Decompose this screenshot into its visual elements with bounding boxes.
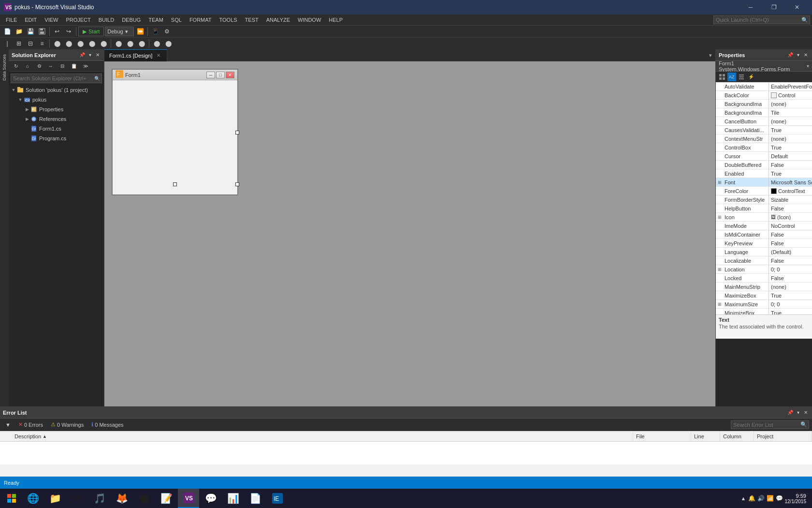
props-categorized-btn[interactable] bbox=[718, 73, 726, 81]
panel-close-button[interactable]: ✕ bbox=[94, 52, 101, 59]
tb2-align4[interactable]: ⬤ bbox=[87, 39, 97, 48]
menu-file[interactable]: FILE bbox=[2, 15, 21, 25]
property-row[interactable]: ⊞MaximumSize0; 0 bbox=[716, 300, 812, 309]
tree-node-programcs[interactable]: C# Program.cs bbox=[9, 134, 104, 143]
se-refresh-btn[interactable]: ↻ bbox=[11, 61, 21, 71]
tree-node-project[interactable]: ▼ C# pokus bbox=[9, 95, 104, 105]
menu-project[interactable]: PROJECT bbox=[62, 15, 94, 25]
menu-edit[interactable]: EDIT bbox=[21, 15, 41, 25]
property-row[interactable]: ⊞Location0; 0 bbox=[716, 265, 812, 274]
taskbar-ie-btn[interactable]: 🌐 bbox=[22, 489, 44, 508]
tab-nav-button[interactable]: ▾ bbox=[706, 49, 715, 61]
redo-button[interactable]: ↪ bbox=[63, 27, 74, 36]
tb2-btn3[interactable]: ⊟ bbox=[25, 39, 36, 48]
tree-node-solution[interactable]: ▼ Solution 'pokus' (1 project) bbox=[9, 85, 104, 95]
col-project-header[interactable]: Project bbox=[754, 431, 812, 441]
form-restore-btn[interactable]: □ bbox=[216, 72, 225, 78]
property-row[interactable]: ForeColorControlText bbox=[716, 187, 812, 195]
property-row[interactable]: KeyPreviewFalse bbox=[716, 239, 812, 248]
menu-window[interactable]: WINDOW bbox=[294, 15, 325, 25]
tree-node-properties[interactable]: ▶ P Properties bbox=[9, 105, 104, 114]
tb2-btn1[interactable]: | bbox=[2, 39, 13, 48]
property-row[interactable]: IsMdiContainerFalse bbox=[716, 230, 812, 239]
property-row[interactable]: DoubleBufferedFalse bbox=[716, 161, 812, 169]
prop-expand-icon[interactable]: ⊞ bbox=[718, 215, 725, 220]
start-debug-button[interactable]: ▶ Start bbox=[78, 27, 104, 36]
taskbar-skype-btn[interactable]: 💬 bbox=[200, 489, 221, 508]
tb2-layout1[interactable]: ⬤ bbox=[113, 39, 124, 48]
taskbar-vs-btn[interactable]: VS bbox=[178, 489, 199, 508]
property-row[interactable]: AutoValidateEnablePreventFo... bbox=[716, 82, 812, 91]
close-button[interactable]: ✕ bbox=[786, 0, 808, 15]
property-row[interactable]: ImeModeNoControl bbox=[716, 222, 812, 230]
taskbar-notes-btn[interactable]: 📝 bbox=[156, 489, 177, 508]
se-collapse-btn[interactable]: ⊟ bbox=[57, 61, 68, 71]
property-row[interactable]: LocalizableFalse bbox=[716, 256, 812, 265]
tb2-align5[interactable]: ⬤ bbox=[98, 39, 109, 48]
menu-team[interactable]: TEAM bbox=[145, 15, 167, 25]
se-more-btn[interactable]: ≫ bbox=[80, 61, 91, 71]
property-row[interactable]: MinimizeBoxTrue bbox=[716, 309, 812, 314]
property-row[interactable]: FormBorderStyleSizable bbox=[716, 195, 812, 204]
menu-sql[interactable]: SQL bbox=[167, 15, 186, 25]
tree-node-form1cs[interactable]: C# Form1.cs bbox=[9, 124, 104, 134]
tb2-align-right[interactable]: ⬤ bbox=[63, 39, 74, 48]
tb2-layout3[interactable]: ⬤ bbox=[136, 39, 147, 48]
start-menu-button[interactable] bbox=[2, 489, 21, 508]
tb2-align-left[interactable]: ⬤ bbox=[52, 39, 62, 48]
col-line-header[interactable]: Line bbox=[691, 431, 720, 441]
menu-debug[interactable]: DEBUG bbox=[118, 15, 145, 25]
property-row[interactable]: LockedFalse bbox=[716, 274, 812, 283]
col-file-header[interactable]: File bbox=[633, 431, 691, 441]
props-dropdown-button[interactable]: ▾ bbox=[795, 52, 801, 59]
show-hidden-icons-btn[interactable]: ▲ bbox=[741, 495, 746, 501]
data-sources-tab[interactable]: Data Sources bbox=[1, 51, 8, 84]
taskbar-notepad-btn[interactable]: 📄 bbox=[245, 489, 266, 508]
warnings-filter-btn[interactable]: ⚠ 0 Warnings bbox=[48, 420, 86, 429]
tb2-order1[interactable]: ⬤ bbox=[151, 39, 162, 48]
menu-view[interactable]: VIEW bbox=[41, 15, 62, 25]
property-row[interactable]: ⊞FontMicrosoft Sans Se... bbox=[716, 178, 812, 187]
property-row[interactable]: CursorDefault bbox=[716, 152, 812, 161]
menu-format[interactable]: FORMAT bbox=[186, 15, 216, 25]
form-body[interactable] bbox=[113, 80, 237, 184]
error-list-arrow-btn[interactable]: ▾ bbox=[795, 409, 801, 416]
menu-help[interactable]: HELP bbox=[325, 15, 347, 25]
taskbar-outlook-btn[interactable]: ✉ bbox=[67, 489, 88, 508]
form-close-btn[interactable]: ✕ bbox=[226, 72, 234, 78]
taskbar-ppt-btn[interactable]: 📊 bbox=[222, 489, 244, 508]
tb2-layout2[interactable]: ⬤ bbox=[125, 39, 135, 48]
property-row[interactable]: Language(Default) bbox=[716, 248, 812, 256]
panel-pin-button[interactable]: 📌 bbox=[79, 52, 86, 59]
property-row[interactable]: CancelButton(none) bbox=[716, 117, 812, 126]
menu-analyze[interactable]: ANALYZE bbox=[262, 15, 294, 25]
menu-test[interactable]: TEST bbox=[241, 15, 262, 25]
solution-explorer-search[interactable]: 🔍 bbox=[11, 74, 102, 83]
se-sync-btn[interactable]: ↔ bbox=[45, 61, 56, 71]
tab-close-button[interactable]: ✕ bbox=[155, 52, 162, 59]
quick-launch-input[interactable] bbox=[714, 17, 800, 23]
open-file-button[interactable]: 📁 bbox=[14, 27, 24, 36]
save-all-button[interactable] bbox=[37, 27, 47, 36]
props-properties-btn[interactable] bbox=[737, 73, 746, 81]
errors-filter-btn[interactable]: ✕ 0 Errors bbox=[16, 420, 45, 429]
action-center-icon[interactable]: 💬 bbox=[776, 495, 783, 502]
prop-expand-icon[interactable]: ⊞ bbox=[718, 180, 725, 185]
error-list-pin-btn[interactable]: 📌 bbox=[787, 409, 794, 416]
taskbar-firefox-btn[interactable]: 🦊 bbox=[111, 489, 132, 508]
undo-button[interactable]: ↩ bbox=[52, 27, 62, 36]
props-close-button[interactable]: ✕ bbox=[802, 52, 809, 59]
props-form-selector[interactable]: Form1 System.Windows.Forms.Form ▾ bbox=[716, 61, 812, 72]
volume-icon[interactable]: 🔊 bbox=[757, 495, 765, 502]
col-description-header[interactable]: Description ▲ bbox=[12, 431, 633, 441]
network-icon[interactable]: 📶 bbox=[767, 495, 774, 502]
taskbar-explorer-btn[interactable]: 📁 bbox=[44, 489, 66, 508]
settings-btn[interactable]: ⚙ bbox=[161, 27, 172, 36]
se-home-btn[interactable]: ⌂ bbox=[22, 61, 33, 71]
se-filter-btn[interactable]: ⚙ bbox=[34, 61, 44, 71]
property-row[interactable]: MainMenuStrip(none) bbox=[716, 283, 812, 291]
property-row[interactable]: ContextMenuStr(none) bbox=[716, 134, 812, 143]
search-input[interactable] bbox=[11, 75, 93, 81]
notification-icon[interactable]: 🔔 bbox=[748, 495, 755, 502]
new-file-button[interactable]: 📄 bbox=[2, 27, 13, 36]
